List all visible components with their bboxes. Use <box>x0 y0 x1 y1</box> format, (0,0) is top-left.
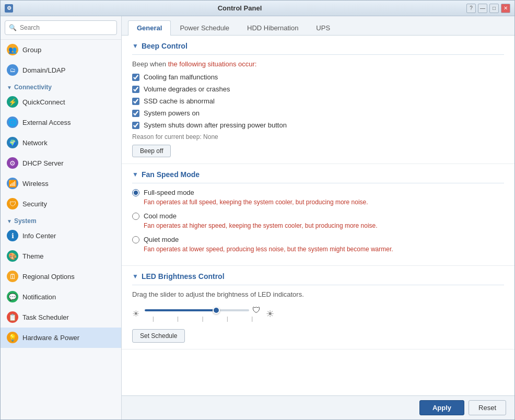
set-schedule-button[interactable]: Set Schedule <box>132 329 185 343</box>
sidebar-section-system[interactable]: ▼ System <box>1 214 121 226</box>
task-scheduler-icon: 📋 <box>7 311 18 323</box>
full-speed-radio-row: Full-speed mode <box>132 189 504 196</box>
external-access-icon: 🌐 <box>7 116 18 128</box>
tick-mark: | <box>227 316 228 322</box>
network-icon: 🌍 <box>7 137 18 148</box>
sidebar-item-quickconnect[interactable]: ⚡ QuickConnect <box>1 92 121 112</box>
tab-ups[interactable]: UPS <box>307 20 339 35</box>
sidebar-item-network[interactable]: 🌍 Network <box>1 133 121 153</box>
sidebar-item-label: Info Center <box>22 232 56 240</box>
brightness-slider-row: ☀ 🛡 | | | | | <box>132 306 504 322</box>
beep-description: Beep when the following situations occur… <box>132 60 504 68</box>
led-brightness-section: ▼ LED Brightness Control Drag the slider… <box>122 266 514 349</box>
beep-control-title: Beep Control <box>142 42 188 50</box>
sidebar-section-connectivity[interactable]: ▼ Connectivity <box>1 80 121 92</box>
sidebar-item-label: Security <box>22 200 47 208</box>
reason-text: Reason for current beep: None <box>132 133 504 141</box>
brightness-slider[interactable] <box>145 309 249 311</box>
sidebar-item-hardware-power[interactable]: 💡 Hardware & Power <box>1 328 121 348</box>
led-description: Drag the slider to adjust the brightness… <box>132 290 504 298</box>
sidebar-item-task-scheduler[interactable]: 📋 Task Scheduler <box>1 307 121 328</box>
ssd-cache-label: SSD cache is abnormal <box>144 97 215 105</box>
checkbox-volume-degrades: Volume degrades or crashes <box>132 85 504 93</box>
quiet-mode-label: Quiet mode <box>144 236 179 243</box>
sidebar-item-external-access[interactable]: 🌐 External Access <box>1 112 121 133</box>
fan-speed-header: ▼ Fan Speed Mode <box>132 170 504 183</box>
beep-control-header: ▼ Beep Control <box>132 42 504 55</box>
fan-speed-chevron-icon: ▼ <box>132 171 138 178</box>
system-section-label: System <box>14 217 37 225</box>
titlebar-left: ⚙ <box>5 4 13 13</box>
content-scroll: ▼ Beep Control Beep when the following s… <box>122 36 514 395</box>
sidebar-item-label: Task Scheduler <box>22 313 69 321</box>
sidebar-item-label: Network <box>22 139 48 147</box>
search-input[interactable] <box>5 20 117 35</box>
close-button[interactable]: ✕ <box>501 4 510 13</box>
cooling-fan-label: Cooling fan malfunctions <box>144 73 218 81</box>
quiet-mode-description: Fan operates at lower speed, producing l… <box>132 246 504 253</box>
sidebar-item-label: Domain/LDAP <box>22 66 65 74</box>
sidebar-item-wireless[interactable]: 📶 Wireless <box>1 173 121 194</box>
sidebar-item-notification[interactable]: 💬 Notification <box>1 287 121 307</box>
sidebar-item-label: Regional Options <box>22 273 75 281</box>
tick-mark: | <box>202 316 204 322</box>
search-icon: 🔍 <box>9 24 17 31</box>
regional-options-icon: 🗓 <box>7 271 18 282</box>
led-brightness-chevron-icon: ▼ <box>132 273 138 280</box>
system-powers-checkbox[interactable] <box>132 110 139 117</box>
group-icon: 👥 <box>7 44 18 55</box>
sidebar-item-label: Wireless <box>22 180 49 188</box>
full-speed-radio[interactable] <box>132 189 139 196</box>
info-center-icon: ℹ <box>7 230 18 241</box>
volume-degrades-label: Volume degrades or crashes <box>144 85 230 93</box>
checkbox-system-shuts: System shuts down after pressing power b… <box>132 121 504 129</box>
security-icon: 🛡 <box>7 198 18 209</box>
quiet-mode-radio[interactable] <box>132 236 139 243</box>
sidebar-item-label: Notification <box>22 293 56 301</box>
dhcp-icon: ⚙ <box>7 157 18 169</box>
apply-button[interactable]: Apply <box>419 400 464 415</box>
reset-button[interactable]: Reset <box>469 400 506 415</box>
tab-hdd-hibernation[interactable]: HDD Hibernation <box>238 20 307 35</box>
beep-control-chevron-icon: ▼ <box>132 42 138 50</box>
sidebar-item-label: Hardware & Power <box>22 334 79 342</box>
sidebar-item-label: Group <box>22 46 41 54</box>
sidebar-item-group[interactable]: 👥 Group <box>1 40 121 60</box>
fan-option-quiet-mode: Quiet mode Fan operates at lower speed, … <box>132 236 504 253</box>
cool-mode-description: Fan operates at higher speed, keeping th… <box>132 222 504 229</box>
sidebar-item-dhcp[interactable]: ⚙ DHCP Server <box>1 153 121 173</box>
quiet-mode-radio-row: Quiet mode <box>132 236 504 243</box>
beep-desc-highlight: the following situations occur: <box>168 60 257 68</box>
search-wrapper: 🔍 <box>5 20 117 35</box>
sidebar-item-regional-options[interactable]: 🗓 Regional Options <box>1 266 121 287</box>
content-area: General Power Schedule HDD Hibernation U… <box>122 16 514 419</box>
connectivity-section-label: Connectivity <box>14 84 52 91</box>
beep-off-button[interactable]: Beep off <box>132 145 171 157</box>
sidebar-item-domain[interactable]: 🗂 Domain/LDAP <box>1 60 121 80</box>
ssd-cache-checkbox[interactable] <box>132 98 139 105</box>
domain-icon: 🗂 <box>7 64 18 76</box>
notification-icon: 💬 <box>7 291 18 302</box>
quickconnect-icon: ⚡ <box>7 96 18 108</box>
sidebar-item-theme[interactable]: 🎨 Theme <box>1 246 121 266</box>
volume-degrades-checkbox[interactable] <box>132 86 139 93</box>
restore-button[interactable]: □ <box>489 4 499 13</box>
tab-power-schedule[interactable]: Power Schedule <box>171 20 238 35</box>
sidebar-item-security[interactable]: 🛡 Security <box>1 194 121 214</box>
cooling-fan-checkbox[interactable] <box>132 74 139 81</box>
app-icon: ⚙ <box>5 4 13 13</box>
beep-desc-prefix: Beep when <box>132 60 168 68</box>
slider-container: 🛡 | | | | | <box>145 306 261 322</box>
system-chevron-icon: ▼ <box>7 218 12 224</box>
beep-control-section: ▼ Beep Control Beep when the following s… <box>122 36 514 164</box>
help-button[interactable]: ? <box>466 4 476 13</box>
tabs-bar: General Power Schedule HDD Hibernation U… <box>122 16 514 36</box>
tab-general[interactable]: General <box>128 20 171 36</box>
sidebar-item-info-center[interactable]: ℹ Info Center <box>1 226 121 246</box>
tick-mark: | <box>251 316 253 322</box>
cool-mode-radio[interactable] <box>132 213 139 220</box>
minimize-button[interactable]: — <box>478 4 487 13</box>
sidebar-item-label: QuickConnect <box>22 98 65 106</box>
checkbox-system-powers: System powers on <box>132 109 504 117</box>
system-shuts-checkbox[interactable] <box>132 122 139 129</box>
